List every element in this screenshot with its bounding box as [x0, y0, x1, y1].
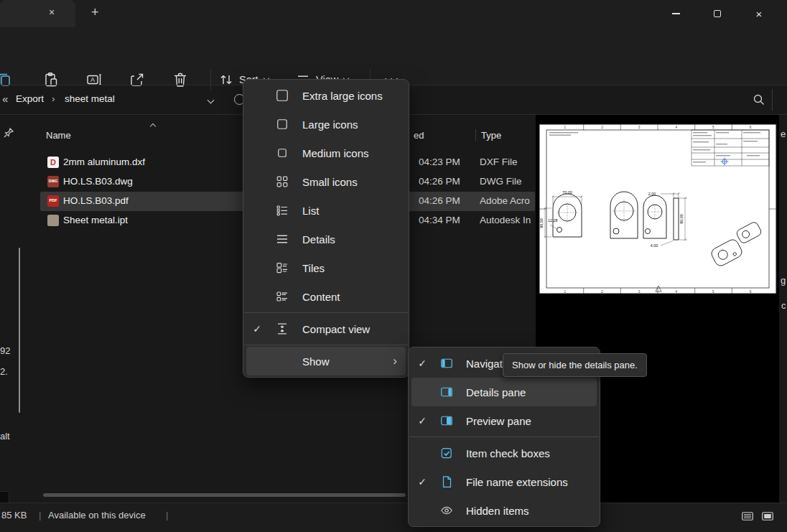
- new-tab-button[interactable]: +: [91, 5, 99, 20]
- menu-item-file-name-extensions[interactable]: ✓ File name extensions: [411, 467, 597, 496]
- column-header-name[interactable]: Name: [46, 130, 71, 141]
- large-icons-icon: [268, 117, 297, 131]
- close-button[interactable]: ×: [738, 0, 780, 27]
- menu-item-label: Show: [302, 355, 393, 368]
- clipped-text-fragment: c: [781, 300, 786, 311]
- ipt-file-icon: [47, 215, 59, 226]
- details-layout-toggle-button[interactable]: [740, 508, 755, 524]
- pdf-file-icon: PDF: [47, 195, 59, 207]
- menu-item-label: Content: [302, 291, 406, 303]
- share-icon: [129, 71, 146, 88]
- pin-icon: [3, 127, 14, 141]
- menu-item-label: Large icons: [302, 118, 406, 131]
- compact-view-icon: [268, 322, 297, 336]
- menu-item-compact-view[interactable]: ✓ Compact view: [246, 314, 406, 343]
- address-dropdown-icon[interactable]: [208, 97, 215, 104]
- svg-text:2: 2: [601, 290, 603, 294]
- thumbnail-layout-toggle-button[interactable]: [760, 508, 776, 524]
- column-header-type[interactable]: Type: [481, 130, 501, 141]
- file-type: DXF File: [480, 157, 535, 167]
- minimize-button[interactable]: [655, 0, 697, 27]
- status-bar: 85 KB | Available on this device |: [0, 503, 787, 532]
- menu-item-label: Medium icons: [302, 147, 406, 159]
- column-divider[interactable]: [475, 129, 476, 141]
- clipped-text-fragment: 92: [0, 345, 10, 356]
- svg-text:3: 3: [638, 126, 641, 129]
- titlebar: × + ×: [0, 0, 787, 27]
- list-view-icon: [268, 203, 297, 218]
- rename-button[interactable]: A: [85, 71, 103, 88]
- tiles-view-icon: [268, 261, 297, 275]
- rename-icon: A: [85, 71, 103, 88]
- maximize-button[interactable]: [697, 0, 738, 27]
- menu-item-label: Tiles: [302, 262, 406, 274]
- breadcrumb-item-sheet-metal[interactable]: sheet metal: [65, 93, 115, 104]
- svg-text:2: 2: [601, 126, 603, 129]
- menu-item-preview-pane[interactable]: ✓ Preview pane: [411, 406, 597, 435]
- copy-icon: [0, 71, 13, 88]
- search-icon[interactable]: [753, 93, 765, 109]
- dxf-file-icon: D: [47, 157, 59, 168]
- file-date-modified: 04:23 PM: [419, 157, 460, 167]
- dwg-file-icon: DWG: [47, 176, 59, 187]
- svg-text:4: 4: [676, 126, 678, 129]
- trash-icon: [172, 71, 189, 88]
- clipped-text-fragment: 2.: [0, 366, 8, 377]
- menu-separator: [409, 437, 599, 437]
- column-header-date-modified[interactable]: ed: [414, 130, 424, 141]
- preview-pane-icon: [433, 414, 460, 428]
- menu-item-small-icons[interactable]: Small icons: [246, 167, 406, 196]
- menu-item-hidden-items[interactable]: Hidden items: [411, 496, 597, 525]
- content-view-icon: [268, 289, 297, 304]
- file-date-modified: 04:26 PM: [419, 176, 460, 187]
- divider: [772, 89, 773, 111]
- menu-item-label: File name extensions: [466, 476, 597, 488]
- menu-item-large-icons[interactable]: Large icons: [246, 110, 406, 139]
- share-button[interactable]: [129, 71, 146, 88]
- menu-item-medium-icons[interactable]: Medium icons: [246, 139, 406, 167]
- paste-button[interactable]: [42, 71, 60, 88]
- menu-separator: [244, 312, 408, 313]
- menu-item-label: Item check boxes: [466, 447, 597, 459]
- checkmark-icon: ✓: [411, 358, 433, 369]
- menu-item-extra-large-icons[interactable]: Extra large icons: [246, 81, 406, 110]
- copy-button[interactable]: [0, 71, 13, 88]
- svg-text:A: A: [90, 76, 95, 83]
- menu-item-tiles[interactable]: Tiles: [246, 253, 406, 282]
- svg-text:6: 6: [750, 126, 752, 129]
- svg-text:3: 3: [638, 290, 641, 294]
- close-icon: ×: [756, 8, 763, 20]
- paste-icon: [42, 71, 60, 88]
- minimize-icon: [672, 13, 680, 14]
- menu-item-label: Details pane: [466, 386, 597, 398]
- details-view-icon: [268, 232, 297, 246]
- breadcrumb-collapse-icon[interactable]: «: [2, 93, 8, 105]
- sort-ascending-icon: [150, 123, 156, 129]
- svg-text:90,50: 90,50: [539, 218, 544, 228]
- submenu-expand-icon: ›: [393, 354, 397, 368]
- tooltip: Show or hide the details pane.: [503, 353, 647, 377]
- clipped-text-fragment: e: [781, 129, 786, 139]
- file-document-icon: [433, 475, 460, 489]
- menu-item-list[interactable]: List: [246, 196, 406, 225]
- tab-close-icon[interactable]: ×: [49, 6, 55, 18]
- menu-item-details[interactable]: Details: [246, 225, 406, 253]
- nav-pane-scrollbar[interactable]: [19, 248, 20, 413]
- breadcrumb-item-export[interactable]: Export: [16, 93, 44, 104]
- cad-drawing-preview: 1 2 3 4 5 6 1 2 3 4 5 6: [539, 123, 777, 294]
- file-type: Adobe Acro: [480, 195, 535, 206]
- menu-item-show[interactable]: Show ›: [246, 347, 406, 375]
- delete-button[interactable]: [172, 71, 189, 88]
- status-divider: |: [166, 510, 168, 521]
- menu-item-label: List: [302, 205, 406, 217]
- menu-item-content[interactable]: Content: [246, 282, 406, 311]
- medium-icons-icon: [268, 146, 297, 160]
- menu-item-details-pane[interactable]: Details pane: [411, 378, 597, 406]
- svg-text:1: 1: [564, 126, 567, 129]
- explorer-tab[interactable]: ×: [0, 0, 75, 27]
- menu-item-item-check-boxes[interactable]: Item check boxes: [411, 439, 597, 467]
- maximize-icon: [714, 10, 721, 17]
- svg-text:6: 6: [750, 290, 752, 294]
- horizontal-scrollbar[interactable]: [43, 493, 406, 497]
- small-icons-icon: [268, 174, 297, 189]
